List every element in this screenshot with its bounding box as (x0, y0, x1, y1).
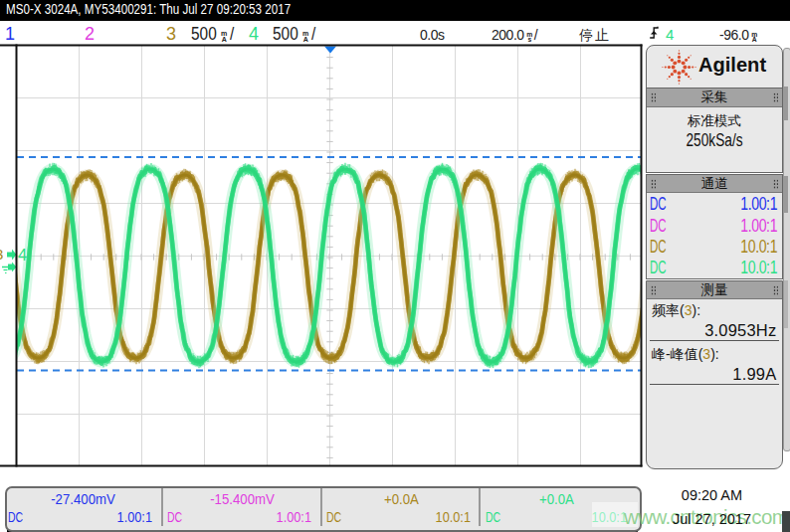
svg-text:4: 4 (18, 246, 27, 264)
svg-text:3: 3 (0, 246, 3, 263)
